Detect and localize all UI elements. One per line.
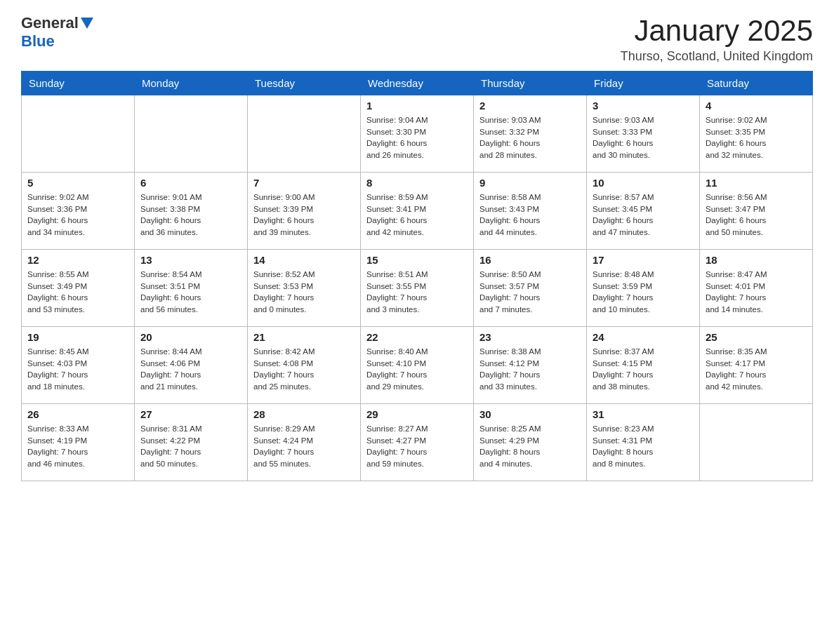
calendar-cell: 14Sunrise: 8:52 AM Sunset: 3:53 PM Dayli…: [248, 250, 361, 327]
calendar-cell: 5Sunrise: 9:02 AM Sunset: 3:36 PM Daylig…: [22, 173, 135, 250]
day-number: 26: [27, 408, 128, 420]
day-number: 11: [706, 177, 807, 189]
logo: General Blue: [21, 14, 93, 51]
day-number: 23: [479, 331, 581, 343]
calendar-cell: 27Sunrise: 8:31 AM Sunset: 4:22 PM Dayli…: [135, 404, 248, 481]
day-number: 18: [706, 254, 807, 266]
day-number: 17: [593, 254, 694, 266]
day-info: Sunrise: 9:03 AM Sunset: 3:32 PM Dayligh…: [479, 114, 581, 161]
day-info: Sunrise: 8:56 AM Sunset: 3:47 PM Dayligh…: [706, 192, 807, 239]
day-number: 10: [593, 177, 694, 189]
day-number: 1: [366, 100, 468, 112]
day-info: Sunrise: 9:00 AM Sunset: 3:39 PM Dayligh…: [253, 192, 355, 239]
calendar-week-row: 1Sunrise: 9:04 AM Sunset: 3:30 PM Daylig…: [22, 95, 813, 173]
calendar-cell: 7Sunrise: 9:00 AM Sunset: 3:39 PM Daylig…: [248, 173, 361, 250]
day-info: Sunrise: 8:54 AM Sunset: 3:51 PM Dayligh…: [140, 269, 241, 316]
calendar-week-row: 26Sunrise: 8:33 AM Sunset: 4:19 PM Dayli…: [22, 404, 813, 481]
day-info: Sunrise: 8:40 AM Sunset: 4:10 PM Dayligh…: [366, 346, 468, 393]
day-info: Sunrise: 9:01 AM Sunset: 3:38 PM Dayligh…: [140, 192, 241, 239]
day-info: Sunrise: 8:51 AM Sunset: 3:55 PM Dayligh…: [366, 269, 468, 316]
month-title: January 2025: [621, 14, 813, 48]
day-number: 20: [140, 331, 241, 343]
day-info: Sunrise: 8:55 AM Sunset: 3:49 PM Dayligh…: [27, 269, 128, 316]
day-info: Sunrise: 9:02 AM Sunset: 3:36 PM Dayligh…: [27, 192, 128, 239]
calendar-cell: 6Sunrise: 9:01 AM Sunset: 3:38 PM Daylig…: [135, 173, 248, 250]
calendar-cell: 15Sunrise: 8:51 AM Sunset: 3:55 PM Dayli…: [361, 250, 474, 327]
weekday-header-tuesday: Tuesday: [248, 72, 361, 95]
day-number: 8: [366, 177, 468, 189]
day-info: Sunrise: 8:23 AM Sunset: 4:31 PM Dayligh…: [593, 423, 694, 470]
day-info: Sunrise: 8:42 AM Sunset: 4:08 PM Dayligh…: [253, 346, 355, 393]
day-info: Sunrise: 8:47 AM Sunset: 4:01 PM Dayligh…: [706, 269, 807, 316]
calendar-cell: 13Sunrise: 8:54 AM Sunset: 3:51 PM Dayli…: [135, 250, 248, 327]
day-info: Sunrise: 8:25 AM Sunset: 4:29 PM Dayligh…: [479, 423, 581, 470]
calendar-cell: 4Sunrise: 9:02 AM Sunset: 3:35 PM Daylig…: [700, 95, 813, 173]
day-info: Sunrise: 9:03 AM Sunset: 3:33 PM Dayligh…: [593, 114, 694, 161]
day-info: Sunrise: 9:02 AM Sunset: 3:35 PM Dayligh…: [706, 114, 807, 161]
day-info: Sunrise: 9:04 AM Sunset: 3:30 PM Dayligh…: [366, 114, 468, 161]
day-number: 28: [253, 408, 355, 420]
calendar-table: SundayMondayTuesdayWednesdayThursdayFrid…: [21, 71, 813, 481]
weekday-header-row: SundayMondayTuesdayWednesdayThursdayFrid…: [22, 72, 813, 95]
day-number: 16: [479, 254, 581, 266]
calendar-cell: [248, 95, 361, 173]
calendar-cell: 24Sunrise: 8:37 AM Sunset: 4:15 PM Dayli…: [587, 327, 700, 404]
day-number: 22: [366, 331, 468, 343]
day-info: Sunrise: 8:57 AM Sunset: 3:45 PM Dayligh…: [593, 192, 694, 239]
day-number: 6: [140, 177, 241, 189]
calendar-cell: 2Sunrise: 9:03 AM Sunset: 3:32 PM Daylig…: [474, 95, 587, 173]
calendar-cell: 30Sunrise: 8:25 AM Sunset: 4:29 PM Dayli…: [474, 404, 587, 481]
day-info: Sunrise: 8:59 AM Sunset: 3:41 PM Dayligh…: [366, 192, 468, 239]
day-number: 14: [253, 254, 355, 266]
weekday-header-saturday: Saturday: [700, 72, 813, 95]
day-info: Sunrise: 8:44 AM Sunset: 4:06 PM Dayligh…: [140, 346, 241, 393]
logo-arrow-icon: [81, 18, 93, 29]
calendar-week-row: 19Sunrise: 8:45 AM Sunset: 4:03 PM Dayli…: [22, 327, 813, 404]
calendar-cell: 31Sunrise: 8:23 AM Sunset: 4:31 PM Dayli…: [587, 404, 700, 481]
day-number: 21: [253, 331, 355, 343]
day-info: Sunrise: 8:52 AM Sunset: 3:53 PM Dayligh…: [253, 269, 355, 316]
calendar-week-row: 12Sunrise: 8:55 AM Sunset: 3:49 PM Dayli…: [22, 250, 813, 327]
day-info: Sunrise: 8:50 AM Sunset: 3:57 PM Dayligh…: [479, 269, 581, 316]
day-info: Sunrise: 8:33 AM Sunset: 4:19 PM Dayligh…: [27, 423, 128, 470]
calendar-cell: 20Sunrise: 8:44 AM Sunset: 4:06 PM Dayli…: [135, 327, 248, 404]
calendar-cell: [22, 95, 135, 173]
day-info: Sunrise: 8:27 AM Sunset: 4:27 PM Dayligh…: [366, 423, 468, 470]
day-number: 27: [140, 408, 241, 420]
calendar-cell: 17Sunrise: 8:48 AM Sunset: 3:59 PM Dayli…: [587, 250, 700, 327]
weekday-header-monday: Monday: [135, 72, 248, 95]
calendar-cell: 21Sunrise: 8:42 AM Sunset: 4:08 PM Dayli…: [248, 327, 361, 404]
weekday-header-thursday: Thursday: [474, 72, 587, 95]
day-number: 7: [253, 177, 355, 189]
day-info: Sunrise: 8:45 AM Sunset: 4:03 PM Dayligh…: [27, 346, 128, 393]
calendar-cell: 16Sunrise: 8:50 AM Sunset: 3:57 PM Dayli…: [474, 250, 587, 327]
day-number: 19: [27, 331, 128, 343]
calendar-cell: 3Sunrise: 9:03 AM Sunset: 3:33 PM Daylig…: [587, 95, 700, 173]
calendar-cell: 1Sunrise: 9:04 AM Sunset: 3:30 PM Daylig…: [361, 95, 474, 173]
calendar-cell: 10Sunrise: 8:57 AM Sunset: 3:45 PM Dayli…: [587, 173, 700, 250]
day-number: 30: [479, 408, 581, 420]
logo-general-text: General: [21, 14, 79, 32]
day-number: 15: [366, 254, 468, 266]
calendar-cell: 26Sunrise: 8:33 AM Sunset: 4:19 PM Dayli…: [22, 404, 135, 481]
calendar-cell: [135, 95, 248, 173]
calendar-week-row: 5Sunrise: 9:02 AM Sunset: 3:36 PM Daylig…: [22, 173, 813, 250]
svg-marker-0: [81, 18, 93, 29]
calendar-cell: 8Sunrise: 8:59 AM Sunset: 3:41 PM Daylig…: [361, 173, 474, 250]
calendar-cell: 29Sunrise: 8:27 AM Sunset: 4:27 PM Dayli…: [361, 404, 474, 481]
day-number: 24: [593, 331, 694, 343]
day-number: 9: [479, 177, 581, 189]
day-info: Sunrise: 8:31 AM Sunset: 4:22 PM Dayligh…: [140, 423, 241, 470]
calendar-cell: 18Sunrise: 8:47 AM Sunset: 4:01 PM Dayli…: [700, 250, 813, 327]
day-number: 2: [479, 100, 581, 112]
weekday-header-sunday: Sunday: [22, 72, 135, 95]
day-info: Sunrise: 8:48 AM Sunset: 3:59 PM Dayligh…: [593, 269, 694, 316]
day-number: 4: [706, 100, 807, 112]
weekday-header-friday: Friday: [587, 72, 700, 95]
calendar-cell: 22Sunrise: 8:40 AM Sunset: 4:10 PM Dayli…: [361, 327, 474, 404]
calendar-cell: 11Sunrise: 8:56 AM Sunset: 3:47 PM Dayli…: [700, 173, 813, 250]
calendar-cell: 12Sunrise: 8:55 AM Sunset: 3:49 PM Dayli…: [22, 250, 135, 327]
day-info: Sunrise: 8:37 AM Sunset: 4:15 PM Dayligh…: [593, 346, 694, 393]
day-info: Sunrise: 8:58 AM Sunset: 3:43 PM Dayligh…: [479, 192, 581, 239]
title-area: January 2025 Thurso, Scotland, United Ki…: [621, 14, 813, 64]
